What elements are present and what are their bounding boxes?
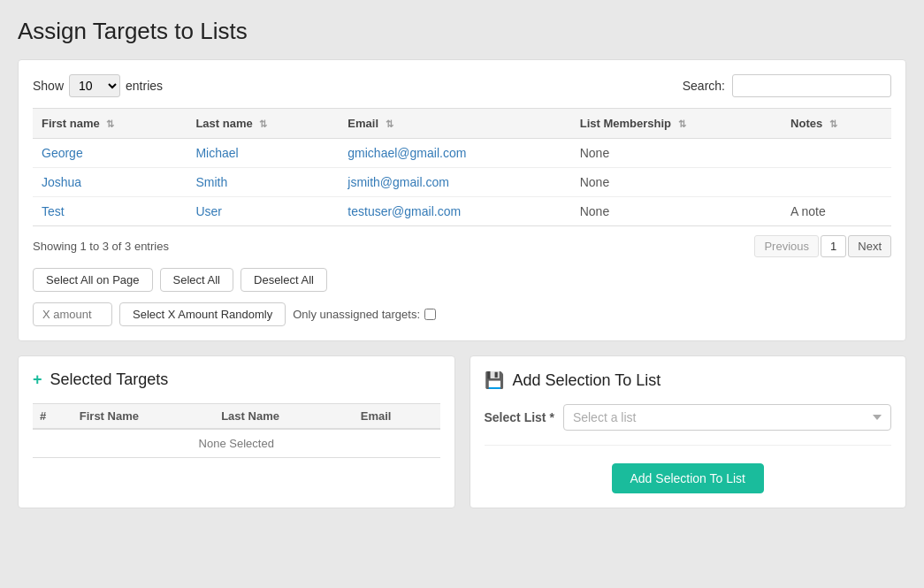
select-list-dropdown[interactable]: Select a list bbox=[563, 404, 891, 431]
sort-icon-notes: ⇅ bbox=[829, 118, 837, 130]
col-selected-email: Email bbox=[354, 404, 440, 430]
select-all-on-page-button[interactable]: Select All on Page bbox=[33, 268, 153, 292]
table-info-text: Showing 1 to 3 of 3 entries bbox=[33, 240, 169, 253]
table-row[interactable]: TestUsertestuser@gmail.comNoneA note bbox=[33, 197, 891, 226]
next-button[interactable]: Next bbox=[848, 235, 891, 257]
random-select-row: Select X Amount Randomly Only unassigned… bbox=[33, 302, 891, 326]
table-row[interactable]: GeorgeMichaelgmichael@gmail.comNone bbox=[33, 139, 891, 168]
select-list-label: Select List * bbox=[485, 410, 554, 424]
col-first-name[interactable]: First name ⇅ bbox=[33, 109, 187, 139]
select-list-row: Select List * Select a list bbox=[485, 404, 892, 446]
search-input[interactable] bbox=[732, 74, 891, 97]
table-row[interactable]: JoshuaSmithjsmith@gmail.comNone bbox=[33, 168, 891, 197]
select-x-randomly-button[interactable]: Select X Amount Randomly bbox=[119, 302, 286, 326]
search-box: Search: bbox=[683, 74, 891, 97]
select-buttons-row: Select All on Page Select All Deselect A… bbox=[33, 268, 891, 292]
sort-icon-list-membership: ⇅ bbox=[678, 118, 686, 130]
search-label: Search: bbox=[683, 79, 725, 93]
add-btn-row: Add Selection To List bbox=[485, 463, 892, 493]
col-selected-last-name: Last Name bbox=[214, 404, 354, 430]
col-notes[interactable]: Notes ⇅ bbox=[782, 109, 891, 139]
table-controls-top: Show 10 25 50 100 entries Search: bbox=[33, 74, 891, 97]
no-selection-row: None Selected bbox=[33, 429, 440, 458]
none-selected-text: None Selected bbox=[33, 429, 440, 458]
add-selection-button[interactable]: Add Selection To List bbox=[612, 463, 765, 493]
selected-targets-panel: + Selected Targets # First Name Last Nam… bbox=[18, 355, 455, 508]
show-entries: Show 10 25 50 100 entries bbox=[33, 74, 163, 97]
sort-icon-last-name: ⇅ bbox=[259, 118, 267, 130]
show-label: Show bbox=[33, 79, 64, 93]
selected-targets-table: # First Name Last Name Email None Select… bbox=[33, 403, 440, 458]
selected-targets-title: + Selected Targets bbox=[33, 370, 440, 389]
save-icon: 💾 bbox=[485, 371, 504, 389]
deselect-all-button[interactable]: Deselect All bbox=[241, 268, 327, 292]
entries-select[interactable]: 10 25 50 100 bbox=[69, 74, 120, 97]
previous-button[interactable]: Previous bbox=[754, 235, 819, 257]
main-panel: Show 10 25 50 100 entries Search: First … bbox=[18, 59, 906, 341]
col-selected-first-name: First Name bbox=[73, 404, 214, 430]
targets-table: First name ⇅ Last name ⇅ Email ⇅ List Me… bbox=[33, 108, 891, 226]
bottom-panels: + Selected Targets # First Name Last Nam… bbox=[18, 355, 906, 508]
select-all-button[interactable]: Select All bbox=[160, 268, 233, 292]
page-title: Assign Targets to Lists bbox=[18, 18, 906, 45]
add-selection-title: 💾 Add Selection To List bbox=[485, 370, 892, 390]
table-info: Showing 1 to 3 of 3 entries Previous 1 N… bbox=[33, 235, 891, 257]
page-number: 1 bbox=[821, 235, 846, 257]
col-last-name[interactable]: Last name ⇅ bbox=[187, 109, 339, 139]
col-email[interactable]: Email ⇅ bbox=[339, 109, 570, 139]
only-unassigned-label: Only unassigned targets: bbox=[293, 308, 436, 321]
sort-icon-first-name: ⇅ bbox=[106, 118, 114, 130]
col-list-membership[interactable]: List Membership ⇅ bbox=[571, 109, 782, 139]
only-unassigned-checkbox[interactable] bbox=[424, 309, 436, 320]
amount-input[interactable] bbox=[33, 302, 112, 326]
col-hash: # bbox=[33, 404, 73, 430]
pagination: Previous 1 Next bbox=[754, 235, 891, 257]
plus-icon: + bbox=[33, 370, 42, 388]
sort-icon-email: ⇅ bbox=[386, 118, 393, 130]
entries-label: entries bbox=[126, 79, 163, 93]
add-selection-panel: 💾 Add Selection To List Select List * Se… bbox=[470, 355, 907, 508]
